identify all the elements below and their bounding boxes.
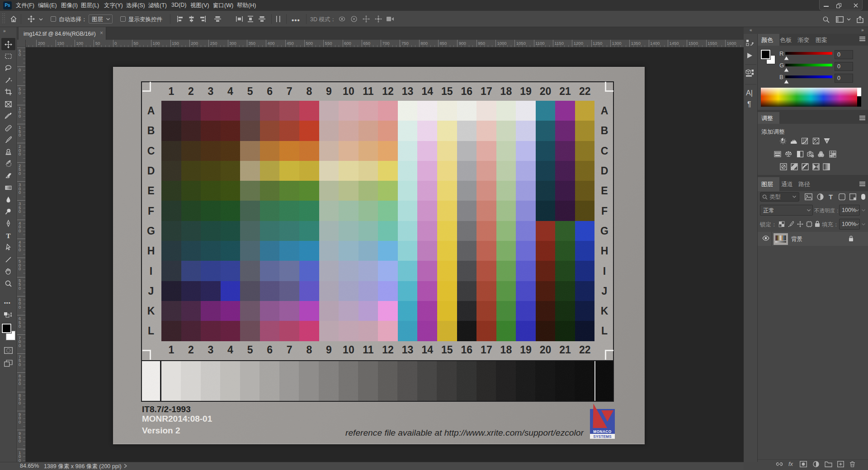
svg-text:T: T	[6, 232, 10, 240]
